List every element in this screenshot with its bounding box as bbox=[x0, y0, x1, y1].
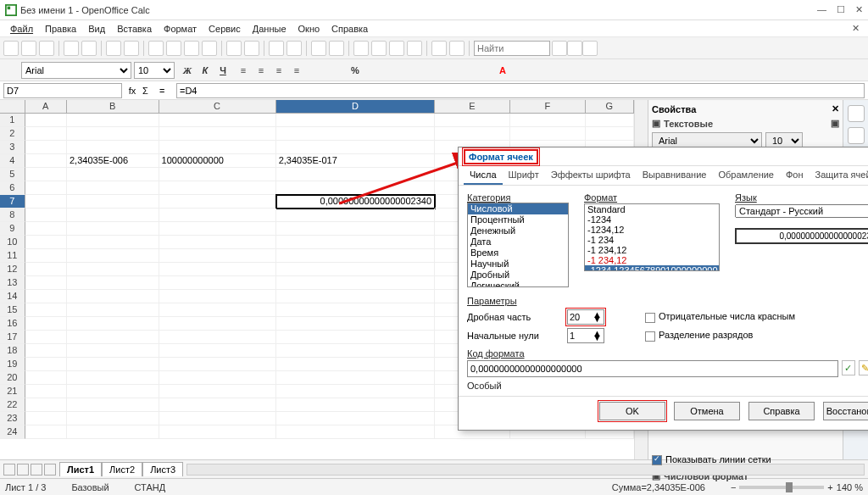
cell-a5[interactable] bbox=[25, 168, 67, 181]
autocheck-icon[interactable] bbox=[124, 41, 139, 56]
row-header[interactable]: 19 bbox=[0, 358, 25, 371]
row-header[interactable]: 15 bbox=[0, 303, 25, 317]
cell-reference-input[interactable] bbox=[3, 83, 122, 98]
sum-icon[interactable]: Σ bbox=[142, 86, 156, 96]
align-left-icon[interactable]: ≡ bbox=[236, 63, 251, 78]
indent-dec-icon[interactable] bbox=[421, 63, 437, 78]
find-input[interactable] bbox=[474, 41, 550, 56]
list-item[interactable]: Логический bbox=[468, 281, 568, 287]
cell-f2[interactable] bbox=[510, 127, 586, 141]
zoom-control[interactable]: − + 140 % bbox=[731, 482, 863, 492]
format-note-icon[interactable]: ✎ bbox=[859, 360, 868, 375]
tab-next-icon[interactable] bbox=[31, 464, 42, 476]
redo-icon[interactable] bbox=[244, 41, 259, 56]
list-item[interactable]: Дробный bbox=[468, 270, 568, 281]
cell-a18[interactable] bbox=[25, 344, 67, 358]
cell-b18[interactable] bbox=[67, 344, 159, 358]
side-styles-icon[interactable] bbox=[848, 127, 865, 144]
number-icon[interactable] bbox=[365, 63, 381, 78]
sheet-tab-2[interactable]: Лист2 bbox=[102, 462, 142, 476]
col-header-e[interactable]: E bbox=[435, 100, 510, 113]
row-header[interactable]: 12 bbox=[0, 263, 25, 276]
cell-b16[interactable] bbox=[67, 317, 159, 331]
tab-numbers[interactable]: Числа bbox=[464, 166, 503, 185]
leadzero-input[interactable] bbox=[570, 331, 592, 341]
minimize-button[interactable]: — bbox=[817, 4, 826, 15]
format-apply-icon[interactable]: ✓ bbox=[842, 360, 855, 375]
menu-view[interactable]: Вид bbox=[83, 24, 110, 34]
row-header[interactable]: 9 bbox=[0, 222, 25, 236]
cell-d13[interactable] bbox=[276, 276, 435, 290]
list-item[interactable]: Процентный bbox=[468, 214, 568, 225]
row-header[interactable]: 18 bbox=[0, 344, 25, 358]
cell-d15[interactable] bbox=[276, 303, 435, 317]
cell-d22[interactable] bbox=[276, 398, 435, 412]
cell-c8[interactable] bbox=[159, 209, 276, 222]
cell-b11[interactable] bbox=[67, 249, 159, 263]
cell-b7[interactable] bbox=[67, 195, 159, 209]
cell-b24[interactable] bbox=[67, 425, 159, 439]
row-header[interactable]: 11 bbox=[0, 249, 25, 263]
spellcheck-icon[interactable] bbox=[106, 41, 121, 56]
cell-c11[interactable] bbox=[159, 249, 276, 263]
cell-a4[interactable] bbox=[25, 154, 67, 168]
cell-b15[interactable] bbox=[67, 303, 159, 317]
list-item[interactable]: Научный bbox=[468, 259, 568, 270]
cell-b21[interactable] bbox=[67, 385, 159, 398]
list-item[interactable]: -1 234,12 bbox=[585, 245, 719, 255]
row-header[interactable]: 16 bbox=[0, 317, 25, 331]
cell-a20[interactable] bbox=[25, 371, 67, 385]
cell-c23[interactable] bbox=[159, 412, 276, 425]
cell-a19[interactable] bbox=[25, 358, 67, 371]
cell-c20[interactable] bbox=[159, 371, 276, 385]
menu-help[interactable]: Справка bbox=[326, 24, 373, 34]
row-header[interactable]: 1 bbox=[0, 114, 25, 127]
cell-b22[interactable] bbox=[67, 398, 159, 412]
cell-c10[interactable] bbox=[159, 236, 276, 249]
cell-c22[interactable] bbox=[159, 398, 276, 412]
list-item[interactable]: -1 234 bbox=[585, 235, 719, 245]
neg-red-check[interactable]: Отрицательные числа красным bbox=[645, 311, 795, 322]
bgcolor-icon[interactable] bbox=[477, 63, 492, 78]
cell-a1[interactable] bbox=[25, 114, 67, 127]
cell-b13[interactable] bbox=[67, 276, 159, 290]
format-code-input[interactable] bbox=[467, 360, 838, 377]
cell-d2[interactable] bbox=[276, 127, 435, 141]
tab-align[interactable]: Выравнивание bbox=[637, 166, 713, 185]
cell-d14[interactable] bbox=[276, 290, 435, 303]
col-header-a[interactable]: A bbox=[25, 100, 67, 113]
select-all-corner[interactable] bbox=[0, 100, 25, 113]
list-item[interactable]: Время bbox=[468, 248, 568, 259]
cell-c17[interactable] bbox=[159, 331, 276, 344]
paste-icon[interactable] bbox=[184, 41, 199, 56]
sidebar-toggle-icon[interactable] bbox=[3, 63, 19, 78]
cell-c15[interactable] bbox=[159, 303, 276, 317]
help-icon[interactable] bbox=[449, 41, 465, 56]
cell-a22[interactable] bbox=[25, 398, 67, 412]
row-header[interactable]: 14 bbox=[0, 290, 25, 303]
cell-d20[interactable] bbox=[276, 371, 435, 385]
leadzero-spinner[interactable]: ▲▼ bbox=[567, 328, 604, 343]
zoom-out-icon[interactable]: − bbox=[731, 482, 736, 492]
side-props-icon[interactable] bbox=[848, 105, 865, 122]
align-right-icon[interactable]: ≡ bbox=[271, 63, 287, 78]
cell-a6[interactable] bbox=[25, 181, 67, 195]
row-header[interactable]: 22 bbox=[0, 398, 25, 412]
cell-g2[interactable] bbox=[586, 127, 634, 141]
row-header[interactable]: 5 bbox=[0, 168, 25, 181]
doc-close-button[interactable]: ✕ bbox=[849, 23, 863, 34]
menu-file[interactable]: Файл bbox=[5, 24, 38, 34]
cell-c19[interactable] bbox=[159, 358, 276, 371]
cell-c4[interactable]: 100000000000 bbox=[159, 154, 276, 168]
list-item[interactable]: Дата bbox=[468, 236, 568, 248]
cell-c12[interactable] bbox=[159, 263, 276, 276]
menu-insert[interactable]: Вставка bbox=[112, 24, 157, 34]
list-item[interactable]: -1234,12 bbox=[585, 225, 719, 235]
sort-desc-icon[interactable] bbox=[329, 41, 344, 56]
cell-b4[interactable]: 2,34035E-006 bbox=[67, 154, 159, 168]
equals-icon[interactable]: = bbox=[159, 86, 173, 96]
cell-a14[interactable] bbox=[25, 290, 67, 303]
cell-b12[interactable] bbox=[67, 263, 159, 276]
cell-c2[interactable] bbox=[159, 127, 276, 141]
cell-d16[interactable] bbox=[276, 317, 435, 331]
